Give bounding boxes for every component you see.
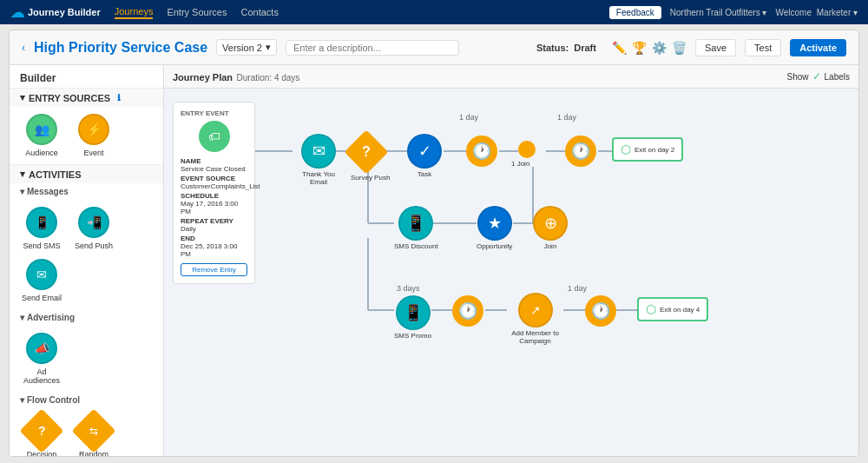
- flow-control-subsection[interactable]: ▾ Flow Control: [10, 392, 163, 408]
- entry-name-label: NAME: [181, 157, 247, 165]
- sidebar-item-audience[interactable]: 👥 Audience: [20, 114, 63, 157]
- top-navigation: ☁ Journey Builder Journeys Entry Sources…: [0, 0, 868, 24]
- entry-sources-info-icon[interactable]: ℹ: [117, 93, 121, 103]
- flow-control-label: Flow Control: [27, 395, 80, 405]
- trash-icon[interactable]: 🗑️: [672, 41, 687, 55]
- version-selector[interactable]: Version 2 ▾: [216, 39, 277, 56]
- day-label-1: 1 day: [459, 113, 478, 122]
- survey-push-label: Survey Push: [351, 174, 390, 182]
- journey-plan-label: Journey Plan: [173, 72, 233, 83]
- org-chevron-icon: ▾: [762, 8, 766, 17]
- sms-promo-label: SMS Promo: [394, 332, 431, 340]
- save-button[interactable]: Save: [695, 39, 736, 56]
- schedule-value: May 17, 2016 3:00 PM: [181, 200, 247, 215]
- send-email-label: Send Email: [22, 294, 62, 302]
- exit-day-4-node[interactable]: ⬡ Exit on day 4: [637, 297, 708, 321]
- flow-connectors: [164, 89, 858, 427]
- sidebar-item-send-sms[interactable]: 📱 Send SMS: [20, 207, 63, 250]
- app-name: Journey Builder: [28, 7, 101, 17]
- sidebar-item-event[interactable]: ⚡ Event: [72, 114, 115, 157]
- nav-journeys[interactable]: Journeys: [115, 6, 154, 19]
- exit-day-2-node[interactable]: ⬡ Exit on day 2: [612, 137, 683, 162]
- page-title[interactable]: High Priority Service Case: [34, 40, 207, 56]
- journey-plan-title: Journey Plan Duration: 4 days: [173, 69, 299, 84]
- edit-icon[interactable]: ✏️: [612, 41, 627, 55]
- entry-event-card[interactable]: ENTRY EVENT 🏷 NAME Service Case Closed E…: [173, 102, 255, 284]
- audience-label: Audience: [25, 149, 58, 157]
- entry-event-label: ENTRY EVENT: [181, 109, 247, 117]
- day-label-4: 1 day: [568, 284, 587, 293]
- duration-label: Duration: 4 days: [237, 73, 300, 83]
- sidebar-item-send-email[interactable]: ✉ Send Email: [20, 259, 63, 302]
- messages-subsection[interactable]: ▾ Messages: [10, 183, 163, 200]
- sidebar-item-ad-audiences[interactable]: 📣 Ad Audiences: [20, 333, 63, 385]
- sms-discount-node[interactable]: 📱 SMS Discount: [394, 206, 438, 250]
- sidebar-item-random-split[interactable]: ⇆ Random Split: [72, 415, 115, 457]
- topnav-right: Feedback Northern Trail Outfitters ▾ Wel…: [609, 6, 858, 19]
- join-icon: ⊕: [533, 206, 568, 241]
- day-label-2: 1 day: [557, 113, 576, 122]
- canvas: Journey Plan Duration: 4 days Show ✓ Lab…: [164, 65, 858, 457]
- wait-node-3[interactable]: 🕐: [452, 295, 483, 327]
- sidebar-item-send-push[interactable]: 📲 Send Push: [72, 207, 115, 250]
- back-arrow-icon[interactable]: ‹: [22, 42, 25, 54]
- wait-node-1[interactable]: 🕐: [466, 136, 497, 167]
- entry-sources-label: ENTRY SOURCES: [29, 93, 110, 103]
- advertising-subsection[interactable]: ▾ Advertising: [10, 309, 163, 326]
- sms-discount-label: SMS Discount: [394, 242, 438, 250]
- toolbar-icons: ✏️ 🏆 ⚙️ 🗑️: [612, 41, 687, 55]
- end-label: END: [181, 235, 247, 242]
- survey-push-node[interactable]: ? Survey Push: [351, 136, 390, 183]
- send-sms-icon: 📱: [26, 207, 57, 238]
- clock-icon-2: 🕐: [565, 136, 596, 167]
- welcome-label: Welcome Marketer ▾: [775, 8, 858, 17]
- settings-icon[interactable]: ⚙️: [652, 41, 667, 55]
- thank-you-email-node[interactable]: ✉ Thank You Email: [293, 134, 345, 186]
- send-push-label: Send Push: [75, 241, 113, 250]
- event-label: Event: [83, 149, 103, 157]
- flow-control-chevron-icon: ▾: [20, 395, 24, 405]
- remove-entry-button[interactable]: Remove Entry: [181, 263, 247, 276]
- sms-promo-icon: 📱: [396, 295, 431, 330]
- cloud-icon: ☁: [10, 4, 24, 21]
- send-push-icon: 📲: [78, 207, 109, 238]
- activities-chevron-icon: ▾: [20, 169, 25, 180]
- nav-contacts[interactable]: Contacts: [240, 7, 278, 17]
- join-node[interactable]: ⊕ Join: [533, 206, 568, 250]
- decision-split-icon: ?: [20, 409, 64, 453]
- activities-section[interactable]: ▾ ACTIVITIES: [10, 164, 163, 183]
- opportunity-node[interactable]: ★ Opportunity: [477, 206, 512, 250]
- task-node[interactable]: ✓ Task: [407, 134, 442, 178]
- exit-2-icon: ⬡: [621, 142, 631, 156]
- opportunity-label: Opportunity: [477, 242, 512, 250]
- entry-sources-items: 👥 Audience ⚡ Event: [10, 107, 163, 164]
- entry-sources-chevron-icon: ▾: [20, 92, 25, 103]
- opportunity-icon: ★: [477, 206, 512, 241]
- feedback-button[interactable]: Feedback: [609, 6, 661, 19]
- event-icon: ⚡: [78, 114, 109, 145]
- entry-sources-section[interactable]: ▾ ENTRY SOURCES ℹ: [10, 88, 163, 107]
- sidebar-title: Builder: [10, 65, 163, 88]
- sms-promo-node[interactable]: 📱 SMS Promo: [394, 295, 431, 340]
- exit-day-2-label: Exit on day 2: [635, 146, 674, 154]
- status-label: Status: Draft: [536, 43, 596, 53]
- description-input[interactable]: [286, 40, 459, 56]
- repeat-label: REPEAT EVERY: [181, 217, 247, 225]
- send-sms-label: Send SMS: [23, 241, 60, 250]
- add-member-label: Add Member to Campaign: [507, 329, 563, 345]
- add-member-node[interactable]: ↗ Add Member to Campaign: [507, 293, 563, 345]
- trophy-icon[interactable]: 🏆: [632, 41, 647, 55]
- messages-chevron-icon: ▾: [20, 187, 24, 196]
- advertising-label: Advertising: [27, 313, 75, 322]
- task-node-icon: ✓: [407, 134, 442, 169]
- flow-control-items: ? Decision Split ⇆ Random Split ✦ Engage…: [10, 408, 163, 457]
- show-labels-control[interactable]: Show ✓ Labels: [787, 70, 850, 83]
- activate-button[interactable]: Activate: [790, 39, 846, 56]
- wait-node-2[interactable]: 🕐: [565, 136, 596, 167]
- audience-icon: 👥: [26, 114, 57, 145]
- test-button[interactable]: Test: [745, 39, 781, 56]
- wait-node-4[interactable]: 🕐: [585, 295, 616, 327]
- sidebar-item-decision-split[interactable]: ? Decision Split: [20, 415, 63, 457]
- body: Builder ▾ ENTRY SOURCES ℹ 👥 Audience ⚡ E…: [10, 65, 858, 457]
- nav-entry-sources[interactable]: Entry Sources: [167, 7, 227, 17]
